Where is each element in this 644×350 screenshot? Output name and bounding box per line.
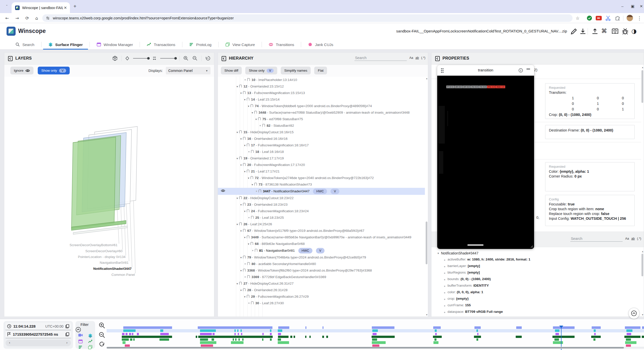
window-minimize-icon[interactable]: – bbox=[621, 4, 623, 8]
protolog-segment[interactable] bbox=[476, 338, 478, 341]
hierarchy-row-24[interactable]: ▾24 - FullscreenMagnification:18:23#24 bbox=[218, 208, 425, 214]
ns-time-field[interactable]: 1715339054227572545 ns bbox=[6, 331, 71, 338]
extension-video-icon[interactable] bbox=[596, 16, 602, 20]
expand-arrow-icon[interactable]: ▾ bbox=[235, 156, 239, 161]
hierarchy-button-flat[interactable]: Flat bbox=[314, 67, 327, 74]
3d-view-icon[interactable] bbox=[112, 56, 118, 61]
expand-arrow-icon[interactable]: ▾ bbox=[239, 255, 243, 260]
extensions-puzzle-icon[interactable] bbox=[615, 15, 620, 21]
screen-recording-segment[interactable] bbox=[323, 326, 324, 329]
view-capture-segment[interactable] bbox=[433, 341, 438, 344]
expand-arrow-icon[interactable]: ▾ bbox=[247, 104, 250, 109]
expand-arrow-icon[interactable]: ▾ bbox=[239, 91, 243, 96]
properties-scrollbar[interactable]: ▲ bbox=[641, 66, 643, 232]
hierarchy-row-3448[interactable]: ▾3448 - Surface(name=ed70f88 StatusBar)/… bbox=[218, 109, 425, 116]
surface-flinger-segment[interactable] bbox=[160, 329, 163, 332]
expand-arrow-icon[interactable]: ▾ bbox=[239, 268, 243, 273]
copy-icon[interactable] bbox=[65, 324, 69, 328]
screen-recording-segment[interactable] bbox=[516, 326, 522, 329]
timeline-reset-zoom-icon[interactable] bbox=[99, 341, 105, 348]
report-bug-icon[interactable] bbox=[621, 28, 629, 35]
surface-flinger-segment[interactable] bbox=[123, 329, 136, 332]
layer-label[interactable]: PointerLocation - display 0#134 bbox=[78, 255, 126, 259]
transactions-segment[interactable] bbox=[290, 336, 292, 338]
surface-flinger-segment[interactable] bbox=[200, 329, 216, 332]
collapse-panel-icon[interactable] bbox=[8, 56, 13, 61]
properties-node-row[interactable]: ▾ NotificationShade#3447 bbox=[431, 250, 641, 257]
back-icon[interactable]: ← bbox=[4, 15, 11, 22]
transactions-segment[interactable] bbox=[309, 336, 311, 338]
tab-view-capture[interactable]: View Capture bbox=[219, 40, 262, 50]
bookmark-star-icon[interactable]: ☆ bbox=[574, 15, 581, 22]
rotation-slider[interactable] bbox=[133, 58, 149, 59]
expand-arrow-icon[interactable]: ▾ bbox=[254, 117, 258, 122]
search-match-options[interactable]: Aaab(.*) bbox=[409, 56, 425, 61]
protolog-segment[interactable] bbox=[242, 338, 244, 341]
layer-label[interactable]: NavigationBar0#81 bbox=[100, 261, 129, 265]
view-capture-segment[interactable] bbox=[200, 341, 216, 344]
window-manager-segment[interactable] bbox=[200, 333, 212, 335]
property-row-currFrame[interactable]: currFrame: 155 bbox=[431, 302, 641, 309]
screen-recording-segment[interactable] bbox=[372, 326, 394, 329]
layers-3d-canvas[interactable] bbox=[4, 77, 214, 317]
property-row-barrierLayer[interactable]: barrierLayer: [empty] bbox=[431, 263, 641, 270]
window-manager-segment[interactable] bbox=[137, 333, 139, 335]
browser-menu-icon[interactable]: ⋮ bbox=[636, 15, 643, 22]
hierarchy-row-26[interactable]: ▾26 - Leaf:24:25#26 bbox=[218, 221, 425, 228]
human-time-field[interactable]: 11:04:14.228 UTC+00:00 bbox=[6, 323, 71, 330]
hierarchy-row-29[interactable]: ▾29 - FullscreenMagnification:26:27#29 bbox=[218, 293, 425, 300]
expand-arrow-icon[interactable]: ▾ bbox=[243, 97, 247, 102]
hierarchy-row-3449[interactable]: ▾3449 - Surface(name=885b63e NavigationB… bbox=[218, 234, 425, 241]
zoom-out-icon[interactable] bbox=[192, 56, 198, 61]
protolog-segment[interactable] bbox=[593, 338, 595, 341]
expand-arrow-icon[interactable]: ▾ bbox=[235, 222, 239, 227]
window-manager-segment[interactable] bbox=[435, 333, 437, 335]
surface-flinger-segment[interactable] bbox=[476, 329, 478, 332]
window-manager-segment[interactable] bbox=[555, 333, 559, 335]
timeline-zoom-in-icon[interactable] bbox=[99, 322, 105, 329]
expand-arrow-icon[interactable]: ▾ bbox=[251, 110, 254, 115]
window-manager-segment[interactable] bbox=[477, 333, 478, 335]
tab-window-manager[interactable]: Window Manager bbox=[90, 40, 140, 50]
hierarchy-row-18[interactable]: 18 - Leaf:16:16#18 bbox=[218, 149, 425, 155]
transactions-segment[interactable] bbox=[278, 336, 289, 338]
window-manager-segment[interactable] bbox=[278, 333, 281, 335]
view-capture-segment[interactable] bbox=[553, 341, 563, 344]
extension-scissors-icon[interactable] bbox=[605, 15, 611, 21]
protolog-segment[interactable] bbox=[130, 338, 132, 341]
timeline-tracks[interactable] bbox=[107, 326, 644, 347]
expand-arrow-icon[interactable]: ▾ bbox=[239, 288, 243, 293]
screen-recording-segment[interactable] bbox=[305, 326, 306, 329]
hierarchy-row-80[interactable]: 80 - ace6abb SecondaryHomeHandle0#80 bbox=[218, 261, 425, 267]
forward-icon[interactable]: → bbox=[14, 15, 21, 22]
protolog-segment[interactable] bbox=[554, 338, 559, 341]
hierarchy-row-12[interactable]: ▾12 - OneHanded:15:15#12 bbox=[218, 83, 425, 90]
surface-flinger-segment[interactable] bbox=[555, 329, 559, 332]
hierarchy-row-73[interactable]: ▾73 - 8736138 NotificationShade#73 bbox=[218, 181, 425, 188]
view-capture-segment[interactable] bbox=[625, 341, 636, 344]
transactions-segment[interactable] bbox=[552, 336, 575, 338]
expand-arrow-icon[interactable]: ▾ bbox=[247, 241, 250, 246]
expand-arrow-icon[interactable]: ▾ bbox=[235, 84, 239, 89]
show-only-v-toggle[interactable]: Show only V bbox=[38, 67, 70, 74]
property-row-crop[interactable]: crop: {empty} bbox=[431, 296, 641, 302]
layer-label[interactable]: Common Panel bbox=[111, 273, 135, 277]
expand-arrow-icon[interactable]: ▾ bbox=[239, 136, 243, 141]
hierarchy-row-23[interactable]: ▾23 - OneHanded:18:23#23 bbox=[218, 201, 425, 208]
surface-flinger-segment[interactable] bbox=[372, 329, 378, 332]
protolog-segment[interactable] bbox=[626, 338, 631, 341]
window-manager-segment[interactable] bbox=[594, 333, 596, 335]
timeline-hscrollbar[interactable] bbox=[107, 347, 644, 349]
window-manager-segment[interactable] bbox=[213, 333, 215, 335]
expand-arrow-icon[interactable]: ▾ bbox=[239, 162, 243, 167]
expand-arrow-icon[interactable]: ▾ bbox=[235, 130, 239, 135]
window-restore-icon[interactable]: ▣ bbox=[631, 4, 634, 9]
transition-overlay-card[interactable]: transition P: 0 / 1dX: 0.0dY: 0.0Xv: 0.0… bbox=[437, 65, 534, 249]
protolog-segment[interactable] bbox=[159, 338, 169, 341]
expand-arrow-icon[interactable]: ▾ bbox=[235, 281, 239, 286]
hierarchy-row-79[interactable]: ▾79 - WindowToken{7046b4a type=2024 andr… bbox=[218, 254, 425, 261]
resize-handle-icon[interactable] bbox=[530, 244, 533, 248]
tab-search[interactable]: Search bbox=[9, 40, 41, 50]
hierarchy-button-show-diff[interactable]: Show diff bbox=[221, 67, 242, 74]
transactions-segment[interactable] bbox=[305, 336, 306, 338]
